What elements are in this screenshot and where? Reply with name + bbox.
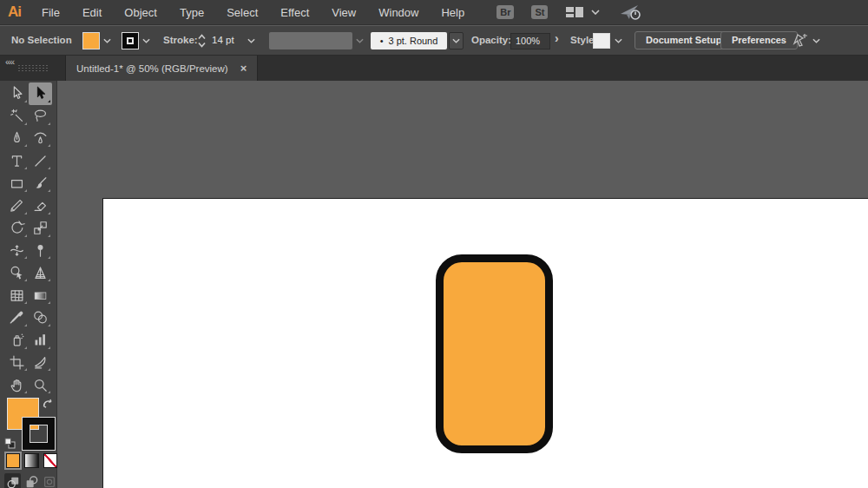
menu-item-window[interactable]: Window [367, 0, 430, 25]
perspective-grid-tool[interactable] [29, 261, 52, 284]
menu-item-object[interactable]: Object [113, 0, 168, 25]
shape-builder-tool-icon [9, 265, 25, 281]
shaper-tool[interactable] [5, 195, 29, 217]
rounded-rectangle-shape[interactable] [436, 254, 553, 453]
gradient-button[interactable] [24, 453, 38, 468]
dash-preview-dot: • [380, 36, 384, 46]
menu-bar: Ai FileEditObjectTypeSelectEffectViewWin… [0, 0, 868, 25]
isolate-chevron-icon[interactable] [812, 38, 820, 43]
stroke-proxy-swatch[interactable] [23, 418, 55, 450]
workspace-chevron-icon[interactable] [591, 10, 600, 15]
direct-selection-tool[interactable] [29, 82, 52, 105]
lasso-tool-icon [32, 108, 49, 124]
workspace-layout-icon[interactable] [565, 5, 584, 19]
stroke-chevron-icon[interactable] [142, 38, 150, 43]
menu-item-select[interactable]: Select [215, 0, 269, 25]
column-graph-tool[interactable] [29, 329, 52, 352]
puppet-warp-tool[interactable] [29, 240, 52, 262]
opacity-more-chevron[interactable]: › [555, 31, 559, 45]
type-tool[interactable] [5, 149, 29, 172]
selection-tool[interactable] [5, 82, 29, 105]
drawing-mode-buttons [0, 473, 57, 488]
paintbrush-tool[interactable] [29, 172, 52, 195]
rectangle-tool-icon [9, 175, 25, 192]
stroke-color-swatch[interactable] [122, 32, 139, 49]
stock-button[interactable]: St [531, 5, 548, 19]
menu-item-edit[interactable]: Edit [71, 0, 113, 25]
style-chevron-icon[interactable] [615, 38, 622, 43]
default-fill-stroke-icon[interactable] [4, 438, 16, 449]
stroke-weight-chevron-icon[interactable] [247, 38, 255, 43]
zoom-tool-icon [32, 377, 49, 393]
variable-width-profile-dropdown[interactable]: • 3 pt. Round [371, 32, 447, 49]
draw-normal-button[interactable] [4, 473, 21, 488]
artboard-tool[interactable] [5, 352, 29, 374]
hand-tool[interactable] [5, 373, 29, 396]
brush-definition-dropdown[interactable] [269, 32, 352, 49]
column-graph-tool-icon [32, 332, 49, 348]
none-button[interactable] [43, 453, 57, 468]
document-tab[interactable]: Untitled-1* @ 50% (RGB/Preview) × [65, 56, 258, 81]
symbol-sprayer-tool-icon [9, 332, 25, 348]
stroke-weight-stepper[interactable] [197, 33, 207, 49]
rectangle-tool[interactable] [5, 172, 29, 195]
profile-chevron-button[interactable] [449, 32, 464, 49]
slice-tool-icon [32, 354, 49, 371]
stroke-label: Stroke: [163, 35, 198, 45]
pen-tool-icon [9, 130, 25, 147]
menu-item-view[interactable]: View [320, 0, 367, 25]
width-tool[interactable] [5, 240, 29, 262]
gradient-tool[interactable] [29, 284, 52, 307]
toolbar-grip[interactable] [17, 64, 49, 72]
opacity-label: Opacity: [471, 35, 511, 45]
brush-chevron-icon [356, 38, 364, 43]
draw-inside-button [41, 473, 57, 488]
curvature-tool[interactable] [29, 128, 52, 150]
pen-tool[interactable] [5, 128, 29, 150]
gpu-performance-icon[interactable] [619, 3, 643, 21]
artboard[interactable] [102, 198, 868, 488]
zoom-tool[interactable] [29, 373, 52, 396]
symbol-sprayer-tool[interactable] [5, 329, 29, 352]
fill-color-swatch[interactable] [82, 32, 100, 49]
shape-builder-tool[interactable] [5, 261, 29, 284]
tab-close-icon[interactable]: × [240, 62, 247, 75]
app-logo: Ai [0, 3, 30, 21]
isolate-selection-icon[interactable] [791, 33, 810, 49]
mesh-tool[interactable] [5, 284, 29, 307]
paintbrush-tool-icon [32, 175, 49, 192]
menu-items: FileEditObjectTypeSelectEffectViewWindow… [30, 0, 476, 25]
rotate-tool-icon [9, 220, 25, 236]
toolbar-collapse-button[interactable]: «« [5, 56, 14, 67]
eraser-tool[interactable] [29, 195, 52, 217]
artboard-tool-icon [9, 354, 25, 371]
menu-item-help[interactable]: Help [430, 0, 476, 25]
stroke-weight-value[interactable]: 14 pt [212, 35, 234, 45]
document-setup-button[interactable]: Document Setup [635, 31, 733, 49]
draw-behind-button[interactable] [23, 473, 39, 488]
magic-wand-tool[interactable] [5, 105, 29, 128]
fill-chevron-icon[interactable] [103, 38, 111, 43]
scale-tool[interactable] [29, 217, 52, 240]
selection-tool-icon [9, 85, 25, 102]
menu-item-file[interactable]: File [30, 0, 71, 25]
preferences-button[interactable]: Preferences [720, 31, 798, 49]
blend-tool-icon [32, 309, 49, 326]
direct-selection-tool-icon [32, 85, 49, 102]
line-segment-tool[interactable] [29, 149, 52, 172]
eyedropper-tool-icon [9, 309, 25, 326]
slice-tool[interactable] [29, 352, 52, 374]
style-swatch[interactable] [593, 33, 610, 49]
menu-item-type[interactable]: Type [168, 0, 215, 25]
bridge-button[interactable]: Br [496, 5, 514, 19]
magic-wand-tool-icon [9, 108, 25, 124]
canvas-area[interactable] [57, 81, 868, 488]
fill-color-button[interactable] [6, 453, 20, 468]
opacity-input[interactable]: 100% [510, 33, 550, 49]
eyedropper-tool[interactable] [5, 307, 29, 329]
menu-item-effect[interactable]: Effect [269, 0, 320, 25]
rotate-tool[interactable] [5, 217, 29, 240]
swap-fill-stroke-icon[interactable] [42, 398, 53, 409]
lasso-tool[interactable] [29, 105, 52, 128]
blend-tool[interactable] [29, 307, 52, 329]
